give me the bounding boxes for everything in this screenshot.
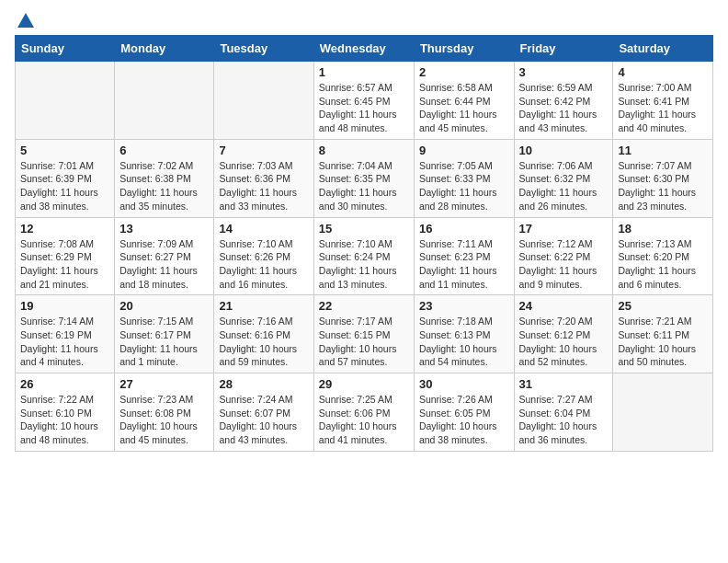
day-info: Sunrise: 7:20 AMSunset: 6:12 PMDaylight:… [519, 315, 609, 369]
page-container: SundayMondayTuesdayWednesdayThursdayFrid… [0, 0, 728, 461]
week-row: 5Sunrise: 7:01 AMSunset: 6:39 PMDaylight… [16, 139, 713, 217]
calendar-cell: 30Sunrise: 7:26 AMSunset: 6:05 PMDayligh… [414, 373, 514, 452]
day-number: 30 [419, 377, 509, 391]
weekday-header: Saturday [613, 36, 713, 62]
day-info: Sunrise: 7:13 AMSunset: 6:20 PMDaylight:… [618, 237, 708, 292]
day-info: Sunrise: 7:16 AMSunset: 6:16 PMDaylight:… [219, 315, 308, 369]
weekday-header: Tuesday [214, 36, 313, 62]
day-number: 6 [119, 144, 209, 157]
weekday-header: Thursday [414, 36, 514, 62]
day-info: Sunrise: 7:24 AMSunset: 6:07 PMDaylight:… [219, 393, 308, 447]
day-number: 25 [618, 299, 708, 313]
day-info: Sunrise: 7:08 AMSunset: 6:29 PMDaylight:… [20, 237, 109, 292]
logo-icon [16, 11, 36, 31]
day-info: Sunrise: 7:10 AMSunset: 6:26 PMDaylight:… [219, 237, 308, 292]
day-number: 27 [119, 377, 209, 391]
day-info: Sunrise: 7:25 AMSunset: 6:06 PMDaylight:… [319, 393, 409, 447]
calendar-cell: 22Sunrise: 7:17 AMSunset: 6:15 PMDayligh… [313, 295, 414, 373]
day-info: Sunrise: 7:12 AMSunset: 6:22 PMDaylight:… [519, 237, 609, 292]
day-number: 7 [219, 144, 308, 157]
day-info: Sunrise: 7:06 AMSunset: 6:32 PMDaylight:… [519, 159, 609, 213]
weekday-header: Wednesday [313, 36, 414, 62]
day-number: 19 [20, 299, 109, 313]
day-info: Sunrise: 7:23 AMSunset: 6:08 PMDaylight:… [119, 393, 209, 447]
day-info: Sunrise: 6:58 AMSunset: 6:44 PMDaylight:… [419, 81, 509, 135]
calendar-cell: 13Sunrise: 7:09 AMSunset: 6:27 PMDayligh… [115, 217, 214, 295]
calendar-cell [115, 62, 214, 140]
weekday-header: Monday [115, 36, 214, 62]
header [15, 15, 713, 28]
day-number: 28 [219, 377, 308, 391]
weekday-header-row: SundayMondayTuesdayWednesdayThursdayFrid… [16, 36, 713, 62]
calendar-cell: 25Sunrise: 7:21 AMSunset: 6:11 PMDayligh… [613, 295, 713, 373]
day-number: 11 [618, 144, 708, 157]
day-number: 9 [419, 144, 509, 157]
calendar-cell: 19Sunrise: 7:14 AMSunset: 6:19 PMDayligh… [16, 295, 115, 373]
calendar-cell: 20Sunrise: 7:15 AMSunset: 6:17 PMDayligh… [115, 295, 214, 373]
calendar-cell: 12Sunrise: 7:08 AMSunset: 6:29 PMDayligh… [16, 217, 115, 295]
day-number: 26 [20, 377, 109, 391]
day-info: Sunrise: 7:00 AMSunset: 6:41 PMDaylight:… [618, 81, 708, 135]
day-number: 2 [419, 65, 509, 79]
day-info: Sunrise: 7:04 AMSunset: 6:35 PMDaylight:… [319, 159, 409, 213]
day-info: Sunrise: 7:18 AMSunset: 6:13 PMDaylight:… [419, 315, 509, 369]
calendar-cell: 4Sunrise: 7:00 AMSunset: 6:41 PMDaylight… [613, 62, 713, 140]
calendar-cell: 5Sunrise: 7:01 AMSunset: 6:39 PMDaylight… [16, 139, 115, 217]
day-number: 13 [119, 222, 209, 236]
calendar-cell: 14Sunrise: 7:10 AMSunset: 6:26 PMDayligh… [214, 217, 313, 295]
day-number: 17 [519, 222, 609, 236]
day-number: 5 [20, 144, 109, 157]
day-info: Sunrise: 7:15 AMSunset: 6:17 PMDaylight:… [119, 315, 209, 369]
day-number: 3 [519, 65, 609, 79]
calendar-cell: 18Sunrise: 7:13 AMSunset: 6:20 PMDayligh… [613, 217, 713, 295]
week-row: 26Sunrise: 7:22 AMSunset: 6:10 PMDayligh… [16, 373, 713, 452]
day-info: Sunrise: 7:17 AMSunset: 6:15 PMDaylight:… [319, 315, 409, 369]
day-number: 8 [319, 144, 409, 157]
day-number: 10 [519, 144, 609, 157]
day-number: 22 [319, 299, 409, 313]
day-number: 29 [319, 377, 409, 391]
logo [15, 15, 36, 28]
day-info: Sunrise: 7:22 AMSunset: 6:10 PMDaylight:… [20, 393, 109, 447]
day-number: 21 [219, 299, 308, 313]
calendar-cell: 24Sunrise: 7:20 AMSunset: 6:12 PMDayligh… [514, 295, 613, 373]
calendar-cell: 7Sunrise: 7:03 AMSunset: 6:36 PMDaylight… [214, 139, 313, 217]
day-info: Sunrise: 7:07 AMSunset: 6:30 PMDaylight:… [618, 159, 708, 213]
day-number: 14 [219, 222, 308, 236]
calendar-cell: 10Sunrise: 7:06 AMSunset: 6:32 PMDayligh… [514, 139, 613, 217]
calendar: SundayMondayTuesdayWednesdayThursdayFrid… [15, 35, 713, 452]
day-number: 15 [319, 222, 409, 236]
day-number: 16 [419, 222, 509, 236]
day-number: 20 [119, 299, 209, 313]
day-info: Sunrise: 7:02 AMSunset: 6:38 PMDaylight:… [119, 159, 209, 213]
day-info: Sunrise: 7:14 AMSunset: 6:19 PMDaylight:… [20, 315, 109, 369]
day-number: 31 [519, 377, 609, 391]
day-info: Sunrise: 6:59 AMSunset: 6:42 PMDaylight:… [519, 81, 609, 135]
day-number: 12 [20, 222, 109, 236]
day-info: Sunrise: 7:09 AMSunset: 6:27 PMDaylight:… [119, 237, 209, 292]
weekday-header: Sunday [16, 36, 115, 62]
day-info: Sunrise: 7:27 AMSunset: 6:04 PMDaylight:… [519, 393, 609, 447]
day-info: Sunrise: 7:21 AMSunset: 6:11 PMDaylight:… [618, 315, 708, 369]
calendar-cell: 29Sunrise: 7:25 AMSunset: 6:06 PMDayligh… [313, 373, 414, 452]
calendar-cell: 8Sunrise: 7:04 AMSunset: 6:35 PMDaylight… [313, 139, 414, 217]
week-row: 1Sunrise: 6:57 AMSunset: 6:45 PMDaylight… [16, 62, 713, 140]
calendar-cell: 6Sunrise: 7:02 AMSunset: 6:38 PMDaylight… [115, 139, 214, 217]
day-info: Sunrise: 6:57 AMSunset: 6:45 PMDaylight:… [319, 81, 409, 135]
calendar-cell: 9Sunrise: 7:05 AMSunset: 6:33 PMDaylight… [414, 139, 514, 217]
calendar-cell: 11Sunrise: 7:07 AMSunset: 6:30 PMDayligh… [613, 139, 713, 217]
day-info: Sunrise: 7:11 AMSunset: 6:23 PMDaylight:… [419, 237, 509, 292]
calendar-cell [613, 373, 713, 452]
calendar-cell [16, 62, 115, 140]
calendar-cell: 31Sunrise: 7:27 AMSunset: 6:04 PMDayligh… [514, 373, 613, 452]
day-info: Sunrise: 7:26 AMSunset: 6:05 PMDaylight:… [419, 393, 509, 447]
day-info: Sunrise: 7:03 AMSunset: 6:36 PMDaylight:… [219, 159, 308, 213]
calendar-cell [214, 62, 313, 140]
day-number: 4 [618, 65, 708, 79]
svg-marker-0 [17, 13, 34, 28]
calendar-cell: 26Sunrise: 7:22 AMSunset: 6:10 PMDayligh… [16, 373, 115, 452]
calendar-cell: 15Sunrise: 7:10 AMSunset: 6:24 PMDayligh… [313, 217, 414, 295]
day-info: Sunrise: 7:01 AMSunset: 6:39 PMDaylight:… [20, 159, 109, 213]
calendar-cell: 3Sunrise: 6:59 AMSunset: 6:42 PMDaylight… [514, 62, 613, 140]
calendar-cell: 16Sunrise: 7:11 AMSunset: 6:23 PMDayligh… [414, 217, 514, 295]
